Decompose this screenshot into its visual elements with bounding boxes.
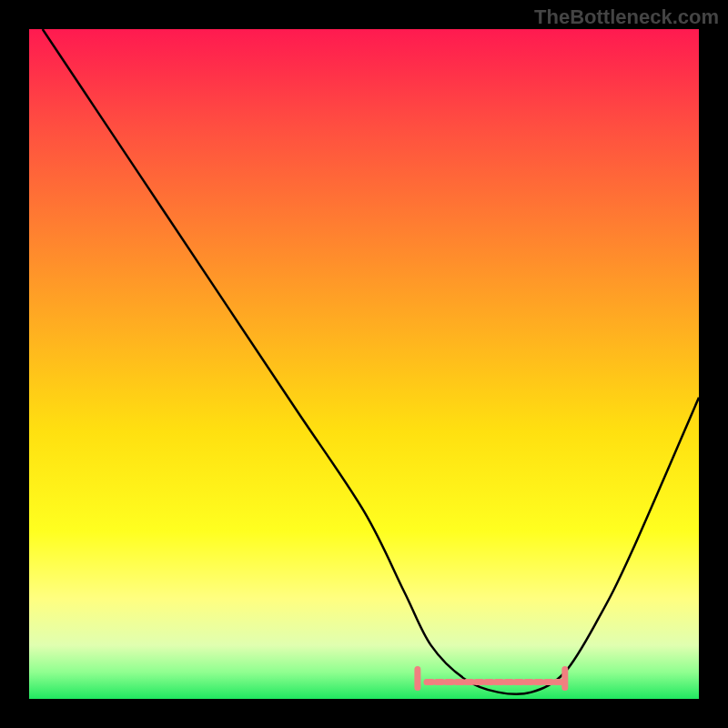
optimal-range-highlight xyxy=(418,670,565,688)
curve-line xyxy=(43,29,699,694)
chart-overlay xyxy=(29,29,699,699)
watermark-text: TheBottleneck.com xyxy=(534,5,719,29)
